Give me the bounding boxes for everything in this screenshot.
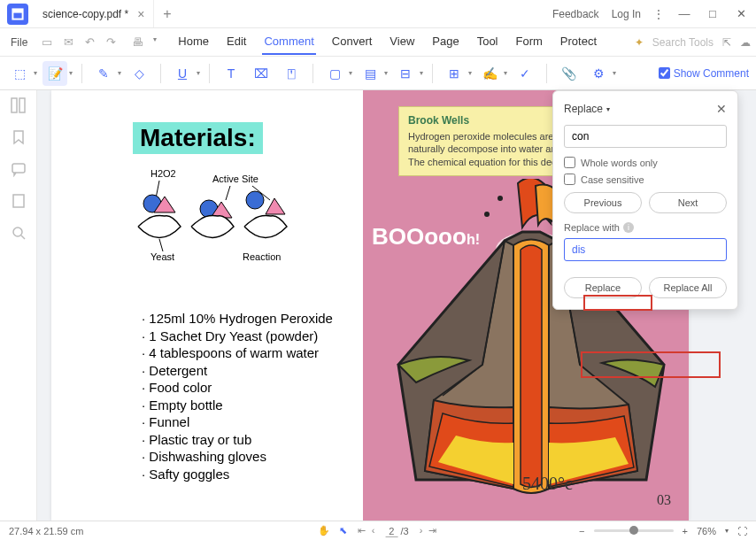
zoom-value[interactable]: 76% <box>697 526 716 536</box>
menu-comment[interactable]: Comment <box>262 29 315 55</box>
comments-icon[interactable] <box>11 161 27 177</box>
list-item: 4 tablespoons of warm water <box>142 344 333 362</box>
menu-page[interactable]: Page <box>430 29 460 55</box>
menu-edit[interactable]: Edit <box>225 29 248 55</box>
text-tool[interactable]: T <box>219 61 243 86</box>
redo-icon[interactable]: ↷ <box>104 35 118 49</box>
menu-view[interactable]: View <box>388 29 416 55</box>
menu-tool[interactable]: Tool <box>475 29 500 55</box>
magic-icon[interactable]: ✦ <box>635 36 644 49</box>
close-tab-icon[interactable]: × <box>137 7 144 21</box>
print-dropdown-icon[interactable]: ▾ <box>148 35 162 49</box>
page-dimensions: 27.94 x 21.59 cm <box>9 526 83 536</box>
total-pages: /3 <box>401 526 409 536</box>
zoom-out-icon[interactable]: − <box>579 526 584 536</box>
replace-button[interactable]: Replace <box>564 277 642 298</box>
note-tool[interactable]: 📝 <box>42 61 67 86</box>
maximize-button[interactable]: □ <box>705 7 721 20</box>
textbox-tool[interactable]: ⌧ <box>249 61 274 86</box>
measure-tool[interactable]: ⊟ <box>393 61 418 86</box>
page-number-label: 03 <box>657 492 671 508</box>
close-panel-icon[interactable]: ✕ <box>716 102 727 116</box>
approve-tool[interactable]: ✓ <box>513 61 537 86</box>
menu-convert[interactable]: Convert <box>330 29 374 55</box>
menu-protect[interactable]: Protect <box>559 29 598 55</box>
select-tool[interactable]: ⬚ <box>7 61 32 86</box>
cloud-icon[interactable]: ☁ <box>740 36 751 49</box>
list-item: 1 Sachet Dry Yeast (powder) <box>142 328 333 345</box>
next-page-icon[interactable]: › <box>418 525 425 536</box>
show-comment-toggle[interactable]: Show Comment <box>659 67 749 80</box>
show-comment-checkbox[interactable] <box>659 67 670 79</box>
info-icon[interactable]: i <box>623 222 634 233</box>
pointer-tool-icon[interactable]: ⬉ <box>339 525 347 536</box>
new-tab-button[interactable]: + <box>163 6 171 22</box>
replace-all-button[interactable]: Replace All <box>649 277 727 298</box>
last-page-icon[interactable]: ⇥ <box>427 525 438 536</box>
tab-title: science-copy.pdf * <box>42 8 128 20</box>
zoom-slider[interactable] <box>594 529 674 532</box>
find-input[interactable] <box>564 125 727 148</box>
more-icon[interactable]: ⋮ <box>653 8 664 20</box>
undo-icon[interactable]: ↶ <box>82 35 96 49</box>
signature-tool[interactable]: ✍ <box>477 61 502 86</box>
list-item: Detergent <box>142 362 333 380</box>
underline-tool[interactable]: U <box>170 61 195 86</box>
close-window-button[interactable]: ✕ <box>733 7 749 20</box>
label-yeast: Yeast <box>150 251 174 262</box>
menu-bar: File ▭ ✉ ↶ ↷ 🖶 ▾ Home Edit Comment Conve… <box>0 28 756 57</box>
attachment-tool[interactable]: 📎 <box>556 61 581 86</box>
menu-form[interactable]: Form <box>514 29 544 55</box>
highlight-tool[interactable]: ✎ <box>91 61 116 86</box>
document-tab[interactable]: science-copy.pdf * × <box>34 0 154 27</box>
attachments-icon[interactable] <box>11 193 27 209</box>
svg-point-15 <box>246 191 264 209</box>
replace-title[interactable]: Replace ▾ <box>564 103 610 115</box>
menu-home[interactable]: Home <box>176 29 211 55</box>
svg-line-17 <box>159 239 163 251</box>
area-tool[interactable]: ▤ <box>358 61 382 86</box>
login-link[interactable]: Log In <box>612 8 641 20</box>
status-bar: 27.94 x 21.59 cm ✋ ⬉ ⇤ ‹ 2 /3 › ⇥ − + 76… <box>0 521 756 540</box>
minimize-button[interactable]: — <box>676 7 692 20</box>
search-icon[interactable] <box>11 225 27 241</box>
file-menu[interactable]: File <box>5 36 33 49</box>
callout-tool[interactable]: ⍞ <box>279 61 304 86</box>
list-item: Dishwashing gloves <box>142 448 333 466</box>
shape-tool[interactable]: ▢ <box>322 61 347 86</box>
svg-marker-16 <box>266 198 285 214</box>
print-icon[interactable]: 🖶 <box>130 35 144 49</box>
label-h2o2: H2O2 <box>150 168 176 179</box>
svg-rect-1 <box>12 9 22 12</box>
replace-input[interactable] <box>564 238 727 261</box>
share-icon[interactable]: ⇱ <box>722 36 731 49</box>
email-icon[interactable]: ✉ <box>61 35 75 49</box>
next-button[interactable]: Next <box>649 192 727 213</box>
fit-page-icon[interactable]: ⛶ <box>737 526 747 536</box>
search-tools-input[interactable]: Search Tools <box>652 36 714 49</box>
stamp-tool[interactable]: ⊞ <box>442 61 467 86</box>
options-tool[interactable]: ⚙ <box>586 61 611 86</box>
list-item: Funnel <box>142 413 333 431</box>
list-item: 125ml 10% Hydrogen Peroxide <box>142 310 333 328</box>
bookmarks-icon[interactable] <box>11 129 27 145</box>
zoom-in-icon[interactable]: + <box>683 526 688 536</box>
first-page-icon[interactable]: ⇤ <box>356 525 367 536</box>
current-page[interactable]: 2 <box>385 526 397 537</box>
previous-button[interactable]: Previous <box>564 192 642 213</box>
svg-line-9 <box>226 186 230 200</box>
list-item: Plastic tray or tub <box>142 431 333 449</box>
whole-words-checkbox[interactable]: Whole words only <box>564 157 727 168</box>
eraser-tool[interactable]: ◇ <box>127 61 151 86</box>
materials-heading: Materials: <box>133 122 263 154</box>
hand-tool-icon[interactable]: ✋ <box>318 525 330 536</box>
svg-point-6 <box>13 228 22 236</box>
prev-page-icon[interactable]: ‹ <box>370 525 377 536</box>
svg-point-19 <box>498 196 503 201</box>
save-icon[interactable]: ▭ <box>40 35 54 49</box>
case-sensitive-checkbox[interactable]: Case sensitive <box>564 174 727 185</box>
main-menu: Home Edit Comment Convert View Page Tool… <box>176 29 598 55</box>
feedback-link[interactable]: Feedback <box>552 8 599 20</box>
title-bar: science-copy.pdf * × + Feedback Log In ⋮… <box>0 0 756 28</box>
thumbnails-icon[interactable] <box>11 97 27 113</box>
